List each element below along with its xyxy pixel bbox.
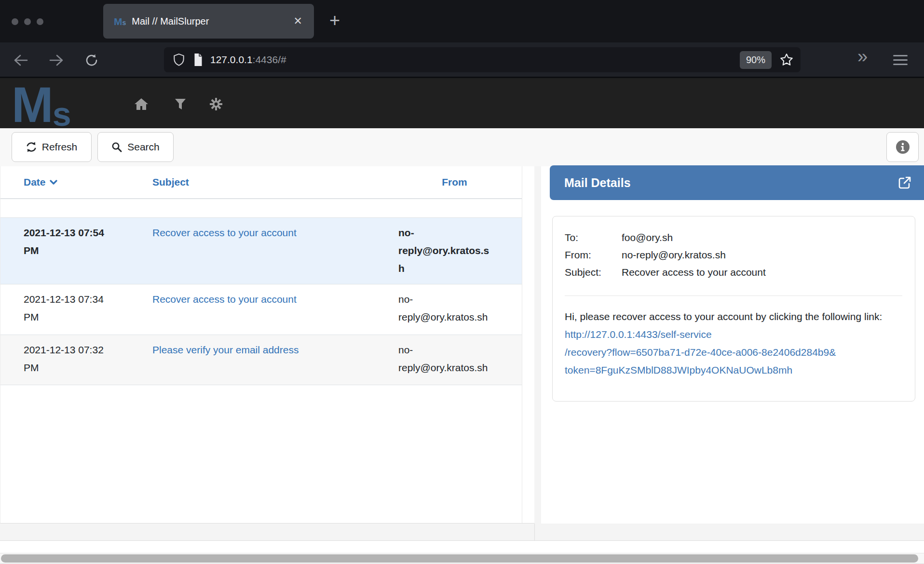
mailslurper-logo[interactable]: M s — [12, 78, 71, 128]
search-button[interactable]: Search — [97, 132, 174, 162]
zoom-level-badge[interactable]: 90% — [740, 51, 772, 69]
mail-body: Hi, please recover access to your accoun… — [565, 308, 898, 379]
mail-details-card: To:foo@ory.sh From:no-reply@ory.kratos.s… — [552, 216, 915, 402]
mail-from: no-reply@ory.kratos.sh — [387, 335, 522, 385]
mail-details-title: Mail Details — [564, 176, 898, 190]
mail-row[interactable]: 2021-12-13 07:32 PM Please verify your e… — [0, 335, 522, 385]
mail-subject-link[interactable]: Please verify your email address — [152, 344, 299, 355]
open-external-icon[interactable] — [898, 176, 911, 189]
window-dot-icon[interactable] — [12, 18, 18, 25]
subject-value: Recover access to your account — [622, 264, 766, 281]
filter-icon[interactable] — [175, 98, 186, 110]
refresh-button[interactable]: Refresh — [12, 132, 92, 162]
menu-hamburger-icon[interactable] — [893, 55, 908, 66]
gear-icon[interactable] — [209, 97, 223, 111]
from-label: From: — [565, 246, 622, 264]
window-dot-icon[interactable] — [24, 18, 31, 25]
mail-date: 2021-12-13 07:54 PM — [12, 218, 141, 284]
sort-chevron-down-icon — [50, 180, 57, 185]
url-text: 127.0.0.1:4436/# — [210, 54, 740, 66]
mailslurper-favicon-icon: Ms — [114, 16, 126, 27]
refresh-icon — [26, 142, 37, 152]
new-tab-button[interactable]: + — [329, 9, 340, 32]
recovery-link[interactable]: http://127.0.0.1:4433/self-service/recov… — [565, 329, 898, 379]
browser-tab[interactable]: Ms Mail // MailSlurper ✕ — [103, 4, 314, 39]
browser-tabbar: Ms Mail // MailSlurper ✕ + — [0, 0, 924, 42]
back-icon[interactable] — [14, 54, 28, 67]
mail-from: no-reply@ory.kratos.sh — [387, 284, 522, 335]
subject-label: Subject: — [565, 264, 622, 281]
list-scrollbar-track[interactable] — [522, 166, 534, 523]
column-header-subject: Subject — [141, 176, 387, 188]
mail-row[interactable]: 2021-12-13 07:54 PM Recover access to yo… — [0, 217, 522, 284]
horizontal-scrollbar-thumb[interactable] — [1, 554, 918, 563]
shield-icon[interactable] — [173, 53, 185, 67]
panel-divider — [534, 524, 535, 540]
mail-body-text: Hi, please recover access to your accoun… — [565, 311, 882, 322]
from-value: no-reply@ory.kratos.sh — [622, 246, 726, 264]
search-icon — [111, 142, 122, 152]
bottom-strip — [0, 540, 924, 553]
mail-from: no-reply@ory.kratos.sh — [387, 218, 522, 284]
browser-navbar: 127.0.0.1:4436/# 90% » — [0, 42, 924, 78]
column-header-from: From — [387, 176, 522, 188]
search-button-label: Search — [127, 141, 160, 153]
window-controls[interactable] — [12, 18, 43, 25]
window-dot-icon[interactable] — [37, 18, 43, 25]
to-value: foo@ory.sh — [622, 229, 673, 246]
to-label: To: — [565, 229, 622, 246]
refresh-button-label: Refresh — [42, 141, 78, 153]
forward-icon[interactable] — [49, 54, 64, 67]
tab-close-icon[interactable]: ✕ — [291, 13, 305, 29]
reload-icon[interactable] — [85, 54, 98, 67]
app-toolbar: Refresh Search — [0, 128, 924, 166]
page-info-icon[interactable] — [193, 53, 204, 67]
mail-list-panel: Date Subject From 2021-12-13 07:54 PM Re… — [0, 166, 534, 524]
address-bar[interactable]: 127.0.0.1:4436/# 90% — [164, 47, 801, 72]
mail-list-header-row: Date Subject From — [0, 166, 522, 199]
mail-row[interactable]: 2021-12-13 07:34 PM Recover access to yo… — [0, 284, 522, 335]
mail-subject-link[interactable]: Recover access to your account — [152, 227, 297, 238]
info-icon — [896, 140, 910, 154]
home-icon[interactable] — [134, 97, 149, 111]
app-header: M s — [0, 78, 924, 128]
mail-subject-link[interactable]: Recover access to your account — [152, 294, 297, 305]
bookmark-star-icon[interactable] — [779, 53, 794, 67]
column-header-date[interactable]: Date — [12, 176, 141, 188]
tab-title: Mail // MailSlurper — [132, 16, 290, 27]
mail-details-header: Mail Details — [550, 165, 924, 200]
info-button[interactable] — [886, 132, 919, 162]
overflow-chevrons-icon[interactable]: » — [857, 46, 868, 67]
mail-rows: 2021-12-13 07:54 PM Recover access to yo… — [0, 217, 534, 385]
mail-date: 2021-12-13 07:32 PM — [12, 335, 141, 385]
horizontal-scrollbar-track — [0, 553, 924, 564]
details-divider — [565, 295, 902, 296]
mail-date: 2021-12-13 07:34 PM — [12, 284, 141, 335]
